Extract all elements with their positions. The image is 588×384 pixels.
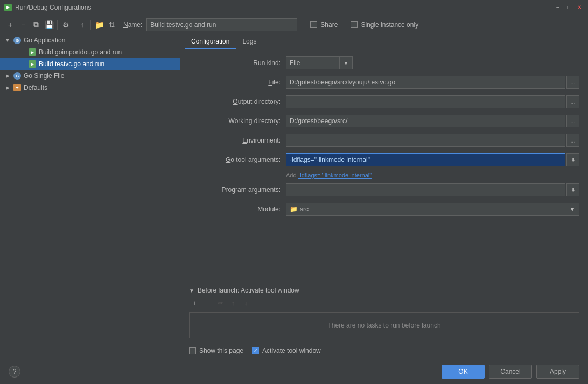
module-label: Module: xyxy=(189,205,286,213)
before-launch-edit-button[interactable]: ✏ xyxy=(215,297,226,308)
run-kind-container: File Package Directory ▼ xyxy=(286,56,353,69)
tree-build-testvc[interactable]: ▶ Build testvc.go and run xyxy=(0,58,180,70)
before-launch-remove-button[interactable]: − xyxy=(202,297,213,308)
run-kind-row: Run kind: File Package Directory ▼ xyxy=(189,56,579,70)
program-args-label: Program arguments: xyxy=(189,186,286,194)
apply-button[interactable]: Apply xyxy=(536,365,579,379)
maximize-button[interactable]: □ xyxy=(564,4,573,11)
suggestion-link[interactable]: -ldflags="-linkmode internal" xyxy=(298,172,372,179)
run-kind-label: Run kind: xyxy=(189,59,286,67)
content-area: ▼ G Go Application ▶ Build goimportdot.g… xyxy=(0,34,588,359)
environment-row: Environment: … xyxy=(189,133,579,147)
tree-go-single-file[interactable]: ▶ G Go Single File xyxy=(0,70,180,82)
file-browse-button[interactable]: … xyxy=(566,76,579,89)
defaults-icon: ✦ xyxy=(13,83,22,92)
go-tool-args-input-container: ⬇ xyxy=(286,153,579,166)
before-launch-toolbar: + − ✏ ↑ ↓ xyxy=(189,297,579,308)
app-icon: ▶ xyxy=(4,4,12,11)
program-args-row: Program arguments: ⬇ xyxy=(189,183,579,197)
window-title: Run/Debug Configurations xyxy=(15,4,550,11)
environment-input[interactable] xyxy=(286,134,565,147)
run-kind-select[interactable]: File Package Directory xyxy=(286,56,340,69)
output-dir-label: Output directory: xyxy=(189,98,286,105)
program-args-input[interactable] xyxy=(286,183,565,196)
toolbar-separator-1 xyxy=(57,20,58,30)
title-bar: ▶ Run/Debug Configurations − □ ✕ xyxy=(0,0,588,15)
before-launch-section: ▼ Before launch: Activate tool window + … xyxy=(180,282,588,343)
folder-button[interactable]: 📁 xyxy=(93,19,105,31)
go-single-file-label: Go Single File xyxy=(24,72,64,80)
config-icon-2: ▶ xyxy=(28,60,37,68)
close-button[interactable]: ✕ xyxy=(575,4,584,11)
run-kind-dropdown-arrow[interactable]: ▼ xyxy=(340,56,353,69)
settings-button[interactable]: ⚙ xyxy=(60,19,72,31)
before-launch-add-button[interactable]: + xyxy=(189,297,200,308)
module-row: Module: 📁 src ▼ xyxy=(189,202,579,216)
before-launch-header[interactable]: ▼ Before launch: Activate tool window xyxy=(189,287,579,294)
name-input[interactable] xyxy=(146,18,297,31)
add-configuration-button[interactable]: + xyxy=(4,19,16,31)
form-area: Run kind: File Package Directory ▼ F xyxy=(180,49,588,282)
activate-tool-window-checkbox[interactable]: ✓ xyxy=(252,347,259,354)
environment-input-container: … xyxy=(286,134,579,147)
help-button[interactable]: ? xyxy=(9,366,20,378)
window-controls: − □ ✕ xyxy=(554,4,584,11)
right-panel: Configuration Logs Run kind: File Packag… xyxy=(180,34,588,359)
go-app-icon: G xyxy=(13,36,22,45)
working-dir-row: Working directory: … xyxy=(189,114,579,128)
name-label: Name: xyxy=(123,21,142,29)
file-row: File: … xyxy=(189,75,579,89)
show-this-page-checkbox[interactable] xyxy=(189,347,196,354)
output-dir-row: Output directory: … xyxy=(189,95,579,109)
module-folder-icon: 📁 xyxy=(290,205,298,213)
program-args-expand-button[interactable]: ⬇ xyxy=(566,183,579,196)
ok-button[interactable]: OK xyxy=(442,365,485,379)
module-value: src xyxy=(300,205,569,213)
tree-go-application[interactable]: ▼ G Go Application xyxy=(0,34,180,46)
copy-configuration-button[interactable]: ⧉ xyxy=(30,19,42,31)
tab-configuration[interactable]: Configuration xyxy=(185,34,236,49)
module-select[interactable]: 📁 src ▼ xyxy=(286,203,579,216)
before-launch-arrow-icon: ▼ xyxy=(189,288,194,294)
output-dir-input-container: … xyxy=(286,95,579,108)
single-instance-container: Single instance only xyxy=(351,21,418,29)
go-single-icon: G xyxy=(13,72,22,80)
minimize-button[interactable]: − xyxy=(554,4,562,11)
go-application-label: Go Application xyxy=(24,37,65,44)
file-input[interactable] xyxy=(286,76,565,89)
go-tool-args-label: Go tool arguments: xyxy=(189,156,286,163)
cancel-button[interactable]: Cancel xyxy=(489,365,532,379)
defaults-label: Defaults xyxy=(24,84,47,91)
single-instance-checkbox[interactable] xyxy=(351,21,358,28)
share-label: Share xyxy=(320,21,338,29)
share-checkbox[interactable] xyxy=(310,21,317,28)
main-container: + − ⧉ 💾 ⚙ ↑ 📁 ⇅ Name: Share Single insta… xyxy=(0,15,588,384)
save-configuration-button[interactable]: 💾 xyxy=(43,19,55,31)
before-launch-label: Before launch: Activate tool window xyxy=(198,287,299,294)
expand-arrow-3: ▶ xyxy=(4,85,11,90)
tree-defaults[interactable]: ▶ ✦ Defaults xyxy=(0,82,180,94)
sort-button[interactable]: ⇅ xyxy=(106,19,118,31)
show-this-page-item: Show this page xyxy=(189,347,243,354)
program-args-input-container: ⬇ xyxy=(286,183,579,196)
go-tool-args-expand-button[interactable]: ⬇ xyxy=(566,153,579,166)
output-dir-input[interactable] xyxy=(286,95,565,108)
build-testvc-label: Build testvc.go and run xyxy=(39,60,104,68)
go-tool-args-input[interactable] xyxy=(286,153,565,166)
environment-label: Environment: xyxy=(189,137,286,144)
environment-browse-button[interactable]: … xyxy=(566,134,579,147)
tab-logs[interactable]: Logs xyxy=(236,34,263,49)
toolbar-separator-3 xyxy=(90,20,91,30)
expand-arrow-2: ▶ xyxy=(4,73,11,79)
output-dir-browse-button[interactable]: … xyxy=(566,95,579,108)
move-up-button[interactable]: ↑ xyxy=(76,19,88,31)
bottom-checkboxes: Show this page ✓ Activate tool window xyxy=(180,343,588,359)
remove-configuration-button[interactable]: − xyxy=(17,19,29,31)
before-launch-down-button[interactable]: ↓ xyxy=(241,297,251,308)
toolbar: + − ⧉ 💾 ⚙ ↑ 📁 ⇅ Name: Share Single insta… xyxy=(0,15,588,34)
toolbar-separator-2 xyxy=(74,20,74,30)
before-launch-up-button[interactable]: ↑ xyxy=(228,297,239,308)
working-dir-browse-button[interactable]: … xyxy=(566,115,579,127)
tree-build-goimportdot[interactable]: ▶ Build goimportdot.go and run xyxy=(0,46,180,58)
working-dir-input[interactable] xyxy=(286,115,565,127)
